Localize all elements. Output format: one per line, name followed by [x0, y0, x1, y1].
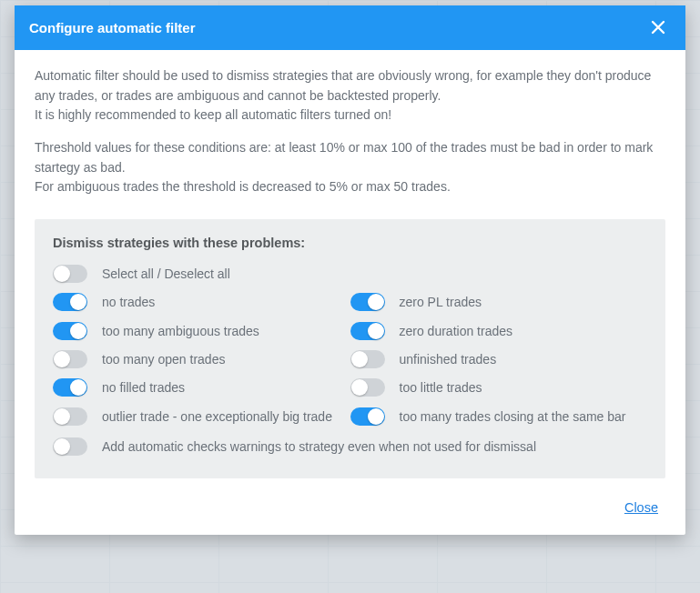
option-right-row: unfinished trades: [350, 348, 648, 368]
option-left-row: too many ambiguous trades: [53, 320, 350, 340]
option-left-row: too many open trades: [53, 348, 350, 368]
option-right-row: zero duration trades: [350, 320, 648, 340]
footer-option-row: Add automatic checks warnings to strateg…: [53, 436, 647, 456]
modal-footer: Close: [15, 478, 685, 535]
panel-title: Dismiss strategies with these problems:: [53, 236, 647, 250]
options-right-col: zero PL tradeszero duration tradesunfini…: [350, 291, 648, 433]
option-left-label: no trades: [102, 291, 155, 311]
option-left-label: too many open trades: [102, 348, 225, 368]
option-left-toggle[interactable]: [53, 378, 87, 397]
option-right-label: zero PL trades: [400, 291, 482, 311]
option-right-label: unfinished trades: [400, 348, 497, 368]
option-right-toggle[interactable]: [350, 322, 385, 340]
modal-header: Configure automatic filter: [15, 5, 685, 50]
option-left-toggle[interactable]: [53, 407, 87, 426]
option-left-label: too many ambiguous trades: [102, 320, 259, 340]
configure-filter-modal: Configure automatic filter Automatic fil…: [15, 5, 685, 535]
options-columns: no tradestoo many ambiguous tradestoo ma…: [53, 291, 647, 433]
modal-body: Automatic filter should be used to dismi…: [15, 50, 685, 210]
add-warnings-toggle[interactable]: [53, 437, 87, 456]
option-left-toggle[interactable]: [53, 322, 87, 340]
option-right-toggle[interactable]: [350, 407, 385, 426]
close-icon[interactable]: [645, 15, 671, 40]
option-left-row: no filled trades: [53, 377, 350, 397]
select-all-row: Select all / Deselect all: [53, 263, 647, 283]
option-right-label: too little trades: [400, 377, 482, 397]
option-left-label: no filled trades: [102, 377, 185, 397]
option-left-toggle[interactable]: [53, 293, 87, 311]
dismiss-panel: Dismiss strategies with these problems: …: [35, 219, 665, 478]
option-left-row: no trades: [53, 291, 350, 311]
option-right-label: too many trades closing at the same bar: [400, 406, 626, 426]
close-button[interactable]: Close: [624, 500, 658, 515]
modal-title: Configure automatic filter: [29, 20, 196, 35]
option-left-toggle[interactable]: [53, 350, 87, 368]
option-right-row: too little trades: [350, 377, 648, 397]
option-right-row: zero PL trades: [350, 291, 648, 311]
select-all-toggle[interactable]: [53, 265, 87, 283]
options-left-col: no tradestoo many ambiguous tradestoo ma…: [53, 291, 350, 433]
select-all-label: Select all / Deselect all: [102, 263, 230, 283]
add-warnings-label: Add automatic checks warnings to strateg…: [102, 436, 536, 456]
option-left-label: outlier trade - one exceptionally big tr…: [102, 406, 332, 426]
intro-paragraph-2: Threshold values for these conditions ar…: [35, 138, 665, 197]
option-left-row: outlier trade - one exceptionally big tr…: [53, 406, 350, 426]
option-right-label: zero duration trades: [400, 320, 513, 340]
option-right-toggle[interactable]: [350, 350, 385, 368]
intro-paragraph-1: Automatic filter should be used to dismi…: [35, 66, 665, 126]
option-right-toggle[interactable]: [350, 293, 385, 311]
option-right-toggle[interactable]: [350, 378, 385, 397]
option-right-row: too many trades closing at the same bar: [350, 406, 648, 426]
